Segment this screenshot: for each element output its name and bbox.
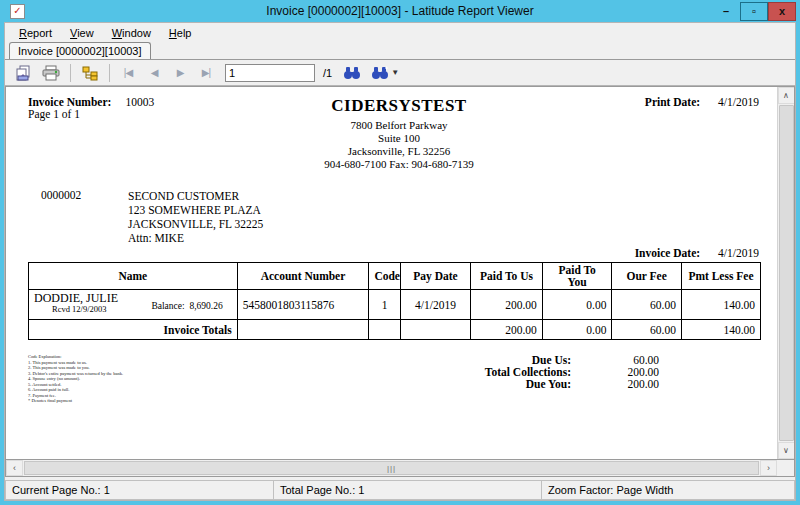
due-you-value: 200.00: [571, 378, 659, 390]
paid-to-you-cell: 0.00: [542, 290, 612, 320]
horizontal-scroll-thumb[interactable]: |||: [24, 461, 759, 475]
page-number-input[interactable]: [225, 64, 315, 82]
zoom-dropdown-icon: ▼: [391, 68, 399, 77]
col-header-name: Name: [29, 263, 238, 290]
table-header-row: Name Account Number Code Pay Date Paid T…: [29, 263, 761, 290]
customer-line: 123 SOMEWHERE PLAZA: [128, 203, 263, 217]
col-header-code: Code: [369, 263, 400, 290]
company-address-line: 7800 Belfort Parkway: [236, 119, 562, 132]
last-page-icon: ▶|: [202, 67, 210, 78]
invoice-number-value: 10003: [125, 96, 154, 108]
totals-pmt-less-fee: 140.00: [681, 320, 760, 340]
customer-id: 0000002: [41, 189, 96, 245]
page-info: Page 1 of 1: [28, 108, 236, 120]
totals-empty-cell: [400, 320, 470, 340]
col-header-pay-date: Pay Date: [400, 263, 470, 290]
toolbar-separator: [109, 64, 110, 82]
col-header-paid-to-you: Paid To You: [542, 263, 612, 290]
code-explanation: Code Explanation: 1. This payment was ma…: [6, 354, 349, 404]
totals-paid-to-you: 0.00: [542, 320, 612, 340]
first-page-icon: |◀: [124, 67, 132, 78]
print-button[interactable]: [39, 62, 63, 84]
first-page-button[interactable]: |◀: [117, 63, 139, 83]
report-viewer: Invoice Number: 10003 Page 1 of 1 CIDERS…: [5, 86, 795, 477]
menu-view[interactable]: View: [62, 25, 102, 41]
totals-paid-to-us: 200.00: [471, 320, 543, 340]
export-button[interactable]: [11, 62, 35, 84]
invoice-table: Name Account Number Code Pay Date Paid T…: [28, 262, 761, 340]
totals-our-fee: 60.00: [612, 320, 682, 340]
horizontal-scrollbar[interactable]: ‹ ||| ›: [6, 459, 794, 476]
next-page-button[interactable]: ▶: [169, 63, 191, 83]
company-address-line: Jacksonville, FL 32256: [236, 145, 562, 158]
maximize-button[interactable]: ▫: [740, 2, 768, 21]
print-date-value: 4/1/2019: [718, 96, 759, 171]
export-icon: [15, 65, 32, 81]
close-button[interactable]: x: [768, 2, 796, 21]
status-current-page: Current Page No.: 1: [6, 481, 274, 499]
next-page-icon: ▶: [177, 67, 184, 78]
zoom-button[interactable]: ▼: [368, 62, 402, 84]
code-explanation-line: * Denotes final payment: [28, 398, 349, 404]
vertical-scroll-thumb[interactable]: [779, 105, 794, 441]
company-address-line: 904-680-7100 Fax: 904-680-7139: [236, 158, 562, 171]
invoice-summary: Due Us: 60.00 Total Collections: 200.00 …: [349, 354, 659, 404]
total-collections-label: Total Collections:: [349, 366, 571, 378]
scroll-right-icon[interactable]: ›: [760, 460, 777, 476]
pmt-less-fee-cell: 140.00: [681, 290, 760, 320]
balance-label: Balance:: [151, 301, 184, 311]
col-header-account-number: Account Number: [237, 263, 369, 290]
our-fee-cell: 60.00: [612, 290, 682, 320]
scrollbar-grip: |||: [387, 464, 396, 473]
status-bar: Current Page No.: 1 Total Page No.: 1 Zo…: [5, 480, 795, 500]
scrollbar-corner: [777, 460, 794, 476]
toggle-group-tree-button[interactable]: [78, 62, 102, 84]
totals-row: Invoice Totals 200.00 0.00 60.00 140.00: [29, 320, 761, 340]
tab-invoice[interactable]: Invoice [0000002][10003]: [9, 42, 151, 59]
tab-strip: Invoice [0000002][10003]: [5, 42, 795, 60]
balance-value: 8,690.26: [189, 301, 222, 311]
due-us-value: 60.00: [571, 354, 659, 366]
total-collections-value: 200.00: [571, 366, 659, 378]
menu-report[interactable]: Report: [11, 25, 60, 41]
due-us-label: Due Us:: [349, 354, 571, 366]
window-title: Invoice [0000002][10003] - Latitude Repo…: [4, 4, 796, 18]
status-zoom-factor: Zoom Factor: Page Width: [542, 481, 794, 499]
menu-window[interactable]: Window: [104, 25, 159, 41]
col-header-paid-to-us: Paid To Us: [471, 263, 543, 290]
account-number-cell: 5458001803115876: [237, 290, 369, 320]
customer-line: JACKSONVILLE, FL 32225: [128, 217, 263, 231]
scroll-up-icon[interactable]: ∧: [778, 87, 795, 104]
scroll-down-icon[interactable]: ∨: [778, 442, 795, 459]
report-page: Invoice Number: 10003 Page 1 of 1 CIDERS…: [6, 87, 777, 459]
prev-page-icon: ◀: [151, 67, 158, 78]
invoice-date-label: Invoice Date:: [635, 247, 700, 259]
invoice-number-label: Invoice Number:: [28, 96, 111, 108]
totals-empty-cell: [237, 320, 369, 340]
binoculars-icon: [343, 66, 361, 80]
zoom-binoculars-icon: [371, 66, 389, 80]
menu-help[interactable]: Help: [161, 25, 200, 41]
scroll-left-icon[interactable]: ‹: [6, 460, 23, 476]
company-name: CIDERSYSTEST: [236, 96, 562, 116]
minimize-button[interactable]: –: [712, 2, 740, 21]
title-bar: ✓ Invoice [0000002][10003] - Latitude Re…: [4, 0, 796, 22]
customer-line: SECOND CUSTOMER: [128, 189, 263, 203]
invoice-date-value: 4/1/2019: [718, 247, 759, 259]
paid-to-us-cell: 200.00: [471, 290, 543, 320]
menu-bar: Report View Window Help: [5, 23, 795, 42]
toolbar: |◀ ◀ ▶ ▶| /1: [5, 60, 795, 86]
totals-empty-cell: [369, 320, 400, 340]
prev-page-button[interactable]: ◀: [143, 63, 165, 83]
company-address-line: Suite 100: [236, 132, 562, 145]
col-header-our-fee: Our Fee: [612, 263, 682, 290]
group-tree-icon: [82, 65, 98, 81]
pay-date-cell: 4/1/2019: [400, 290, 470, 320]
customer-line: Attn: MIKE: [128, 231, 263, 245]
page-total-label: /1: [323, 67, 332, 79]
last-page-button[interactable]: ▶|: [195, 63, 217, 83]
find-button[interactable]: [340, 62, 364, 84]
toolbar-separator: [70, 64, 71, 82]
vertical-scrollbar[interactable]: ∧ ∨: [777, 87, 794, 459]
due-you-label: Due You:: [349, 378, 571, 390]
